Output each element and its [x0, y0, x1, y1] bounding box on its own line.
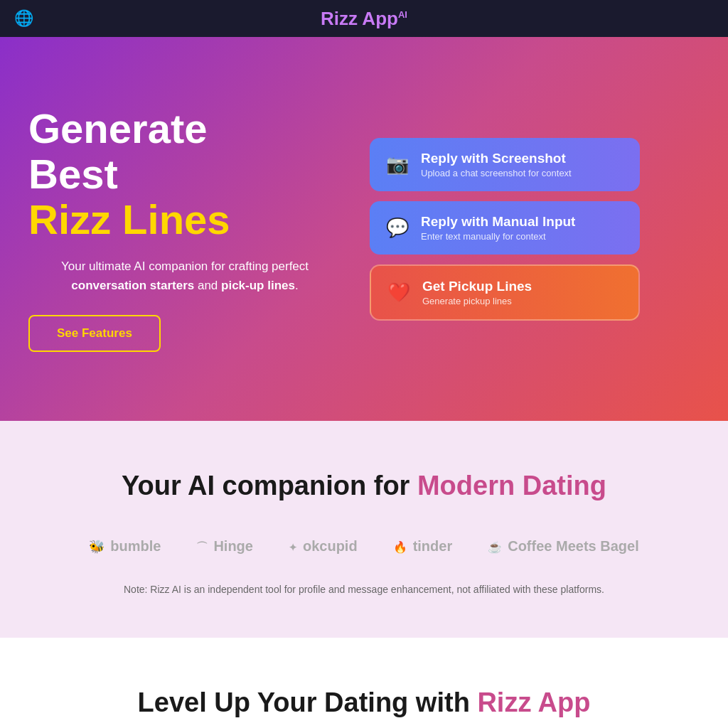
platforms-section: Your AI companion for Modern Dating bumb…	[0, 421, 728, 638]
pickup-card-title: Get Pickup Lines	[422, 279, 532, 294]
hero-desc-bold1: conversation starters	[71, 279, 194, 292]
pickup-card-subtitle: Generate pickup lines	[422, 296, 532, 306]
platform-tinder: tinder	[393, 537, 453, 555]
hero-desc-bold2: pick-up lines	[221, 279, 295, 292]
levelup-heading-colored: Rizz App	[477, 687, 590, 717]
hero-desc-and: and	[198, 279, 221, 292]
pickup-card-text: Get Pickup Lines Generate pickup lines	[422, 279, 532, 306]
coffee-meets-bagel-icon	[488, 537, 502, 555]
get-pickup-lines-button[interactable]: ❤️ Get Pickup Lines Generate pickup line…	[370, 264, 640, 321]
screenshot-card-text: Reply with Screenshot Upload a chat scre…	[421, 151, 572, 178]
platform-okcupid: okcupid	[289, 537, 358, 555]
see-features-button[interactable]: See Features	[28, 315, 161, 352]
screenshot-card-subtitle: Upload a chat screenshot for context	[421, 168, 572, 178]
hero-heading-line2: Best	[28, 151, 118, 197]
hero-section: Generate Best Rizz Lines Your ultimate A…	[0, 37, 728, 421]
hero-cards: 📷 Reply with Screenshot Upload a chat sc…	[370, 138, 640, 321]
navbar: 🌐 Rizz AppAI	[0, 0, 728, 37]
bumble-label: bumble	[110, 538, 161, 555]
screenshot-card-title: Reply with Screenshot	[421, 151, 572, 166]
heart-icon: ❤️	[387, 282, 411, 304]
platform-bumble: bumble	[89, 537, 161, 555]
manual-icon: 💬	[385, 217, 410, 239]
title-ai: AI	[398, 9, 407, 20]
platforms-heading: Your AI companion for Modern Dating	[28, 471, 700, 501]
hero-heading-rizz-lines: Rizz Lines	[28, 197, 341, 242]
manual-card-subtitle: Enter text manually for context	[421, 231, 575, 242]
reply-screenshot-button[interactable]: 📷 Reply with Screenshot Upload a chat sc…	[370, 138, 640, 191]
platform-coffee-meets-bagel: Coffee Meets Bagel	[488, 537, 639, 555]
hero-heading: Generate Best Rizz Lines	[28, 106, 341, 242]
hinge-icon	[196, 537, 208, 555]
hero-desc-end: .	[295, 279, 299, 292]
globe-icon[interactable]: 🌐	[14, 9, 33, 28]
bumble-icon	[89, 537, 105, 555]
platforms-logos: bumble Hinge okcupid tinder Coffee Meets…	[28, 537, 700, 555]
tinder-label: tinder	[413, 538, 453, 555]
hero-description: Your ultimate AI companion for crafting …	[28, 257, 341, 295]
levelup-section: Level Up Your Dating with Rizz App	[0, 638, 728, 728]
platforms-heading-colored: Modern Dating	[417, 471, 606, 500]
app-title: Rizz AppAI	[321, 8, 407, 30]
title-rizz: Rizz App	[321, 8, 398, 29]
manual-card-text: Reply with Manual Input Enter text manua…	[421, 214, 575, 242]
coffee-meets-bagel-label: Coffee Meets Bagel	[508, 538, 639, 555]
levelup-heading-plain: Level Up Your Dating with	[138, 687, 470, 717]
tinder-icon	[393, 537, 407, 555]
hinge-label: Hinge	[213, 538, 253, 555]
reply-manual-button[interactable]: 💬 Reply with Manual Input Enter text man…	[370, 201, 640, 255]
levelup-heading: Level Up Your Dating with Rizz App	[28, 687, 700, 718]
hero-desc-plain: Your ultimate AI companion for crafting …	[61, 259, 309, 273]
manual-card-title: Reply with Manual Input	[421, 214, 575, 230]
platforms-note: Note: Rizz AI is an independent tool for…	[28, 584, 700, 595]
platforms-heading-plain: Your AI companion for	[122, 471, 410, 500]
screenshot-icon: 📷	[385, 154, 410, 176]
okcupid-label: okcupid	[303, 538, 358, 555]
okcupid-icon	[289, 537, 297, 555]
hero-left: Generate Best Rizz Lines Your ultimate A…	[28, 106, 341, 352]
platform-hinge: Hinge	[196, 537, 253, 555]
hero-heading-line1: Generate	[28, 105, 207, 151]
